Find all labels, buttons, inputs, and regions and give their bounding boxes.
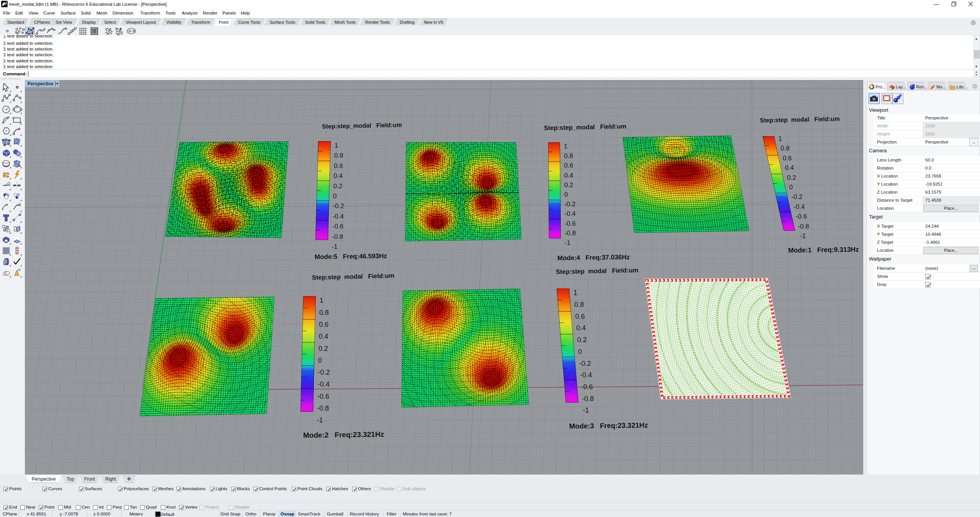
svg-text:6: 6 xyxy=(6,2,7,4)
